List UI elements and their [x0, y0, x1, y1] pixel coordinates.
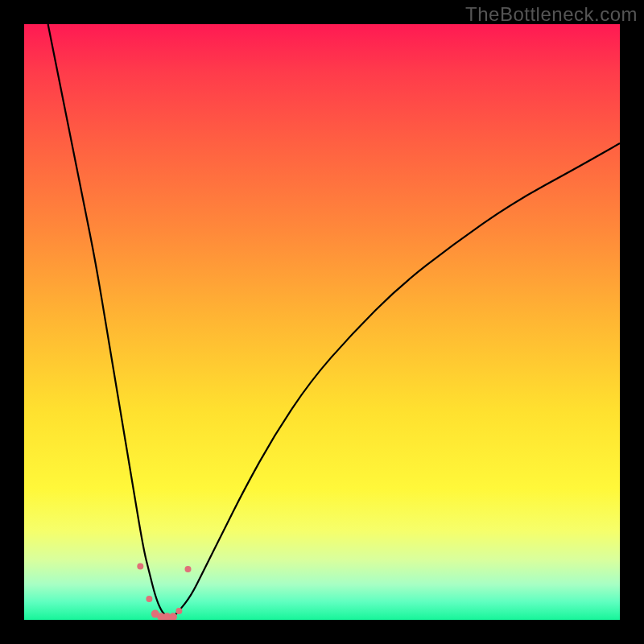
- curve-marker: [151, 610, 159, 618]
- curve-svg: [24, 24, 620, 620]
- curve-marker: [169, 613, 177, 620]
- curve-marker: [163, 613, 171, 620]
- curve-marker: [157, 613, 165, 620]
- curve-marker: [146, 596, 152, 602]
- curve-marker: [185, 566, 192, 572]
- curve-marker: [137, 563, 143, 569]
- curve-markers: [137, 563, 191, 620]
- plot-area: [24, 24, 620, 620]
- curve-marker: [175, 608, 182, 614]
- bottleneck-curve: [48, 24, 620, 617]
- watermark-text: TheBottleneck.com: [465, 3, 638, 26]
- chart-frame: TheBottleneck.com: [0, 0, 644, 644]
